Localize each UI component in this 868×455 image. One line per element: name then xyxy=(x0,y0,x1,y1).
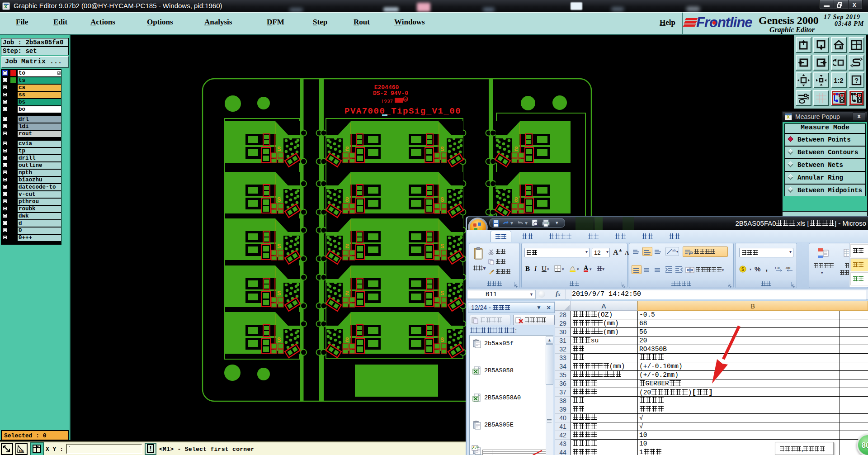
svg-text:ok: ok xyxy=(20,449,24,452)
svg-text:.00: .00 xyxy=(785,266,791,270)
svg-text:R: R xyxy=(404,98,407,102)
svg-text:!937: !937 xyxy=(381,99,393,104)
svg-text:1:2: 1:2 xyxy=(834,76,844,84)
svg-text:ab: ab xyxy=(672,249,676,252)
svg-text:$: $ xyxy=(741,266,744,272)
svg-text:?: ? xyxy=(854,76,859,84)
svg-text:+.0: +.0 xyxy=(774,266,780,270)
svg-text:PVA7000_TipSig_V1_00: PVA7000_TipSig_V1_00 xyxy=(344,106,461,116)
svg-text:DS-2 94V-0: DS-2 94V-0 xyxy=(373,90,408,97)
svg-text:xy: xy xyxy=(857,42,860,44)
